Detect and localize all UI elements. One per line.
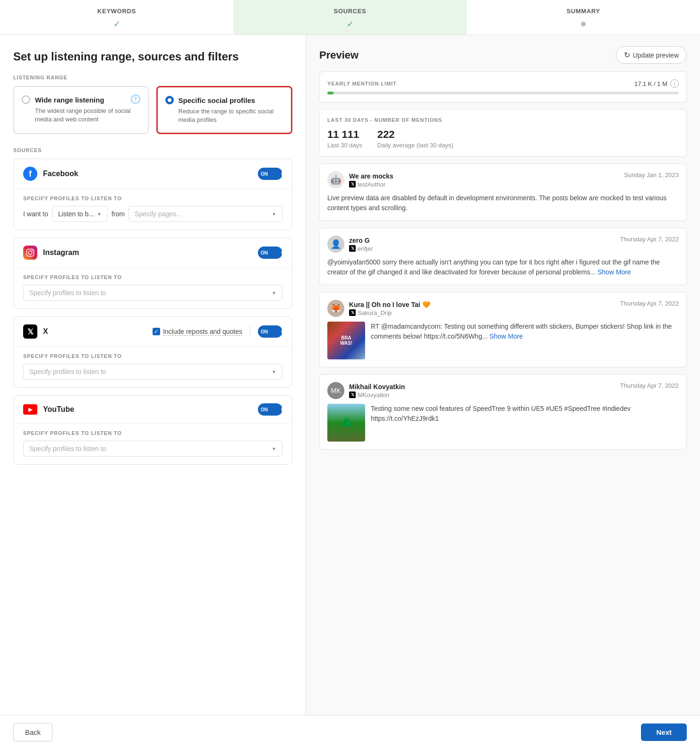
include-reposts-control[interactable]: ✓ Include reposts and quotes (153, 328, 242, 336)
post-2-avatar: 🦊 (327, 300, 344, 317)
youtube-toggle[interactable]: ON (258, 403, 282, 416)
post-2-date: Thursday Apr 7, 2022 (620, 300, 679, 307)
post-0-handle: 𝕏 testAuthor (349, 181, 393, 188)
x-toggle-track[interactable]: ON (258, 325, 282, 338)
post-1-show-more[interactable]: Show More (598, 268, 631, 276)
post-1-header: 👤 zero G 𝕏 enfjer Thursday Apr 7, 2022 (327, 236, 679, 253)
wide-range-help-icon[interactable]: ? (131, 94, 140, 104)
svg-point-2 (32, 250, 33, 251)
facebook-listen-chevron: ▼ (97, 212, 102, 217)
instagram-toggle-track[interactable]: ON (258, 247, 282, 259)
post-2-author-area: 🦊 Kura || Oh no I love Tai 🧡 𝕏 Sakura_Dr… (327, 300, 430, 317)
specific-profiles-title: Specific social profiles (179, 96, 256, 104)
stat-daily-label: Daily average (last 30 days) (377, 142, 453, 149)
post-0-handle-text: testAuthor (358, 181, 385, 188)
step-summary-indicator (581, 22, 586, 26)
x-toggle-label: ON (261, 329, 268, 334)
youtube-profiles-placeholder: Specify profiles to listen to (29, 445, 106, 452)
post-2-show-more[interactable]: Show More (489, 332, 523, 340)
instagram-header: Instagram ON (14, 238, 292, 267)
instagram-toggle[interactable]: ON (258, 247, 282, 259)
facebook-toggle-inner: ON (259, 169, 282, 179)
x-controls: ✓ Include reposts and quotes ON (153, 325, 282, 338)
instagram-profiles-dropdown[interactable]: Specify profiles to listen to ▼ (23, 285, 282, 301)
post-3-author-info: Mikhail Kovyatkin 𝕏 MKovyatkin (349, 383, 405, 399)
post-2-author-name: Kura || Oh no I love Tai 🧡 (349, 301, 430, 308)
sources-label: SOURCES (13, 147, 292, 153)
facebook-toggle-track[interactable]: ON (258, 168, 282, 180)
include-reposts-checkbox[interactable]: ✓ (153, 328, 160, 335)
youtube-profiles-dropdown[interactable]: Specify profiles to listen to ▼ (23, 441, 282, 457)
post-3-text: Testing some new cool features of SpeedT… (371, 404, 679, 424)
mention-limit-info-icon[interactable]: i (670, 79, 679, 88)
wide-range-radio[interactable] (22, 95, 30, 104)
post-2-handle: 𝕏 Sakura_Drip (349, 309, 430, 316)
specific-profiles-option[interactable]: Specific social profiles Reduce the rang… (156, 86, 293, 134)
specific-profiles-header: Specific social profiles (165, 96, 284, 104)
facebook-toggle-thumb (282, 169, 292, 179)
post-1-author-area: 👤 zero G 𝕏 enfjer (327, 236, 373, 253)
instagram-toggle-thumb (282, 247, 292, 258)
post-2-text: RT @madamcandycorn: Testing out somethin… (371, 322, 679, 341)
specific-profiles-radio[interactable] (165, 96, 174, 104)
x-toggle-inner: ON (259, 326, 282, 337)
youtube-toggle-thumb (282, 404, 292, 415)
youtube-icon: ▶ (23, 404, 37, 415)
post-1-body: @yoimiyafan5000 sorry there actually isn… (327, 257, 679, 277)
post-0-body: Live preview data are disabled by defaul… (327, 193, 679, 213)
include-reposts-label: Include reposts and quotes (163, 328, 242, 336)
post-2-handle-text: Sakura_Drip (358, 309, 392, 316)
mention-limit-value: 17.1 K / 1 M (634, 80, 667, 87)
post-0-date: Sunday Jan 1, 2023 (624, 171, 679, 179)
facebook-pages-dropdown[interactable]: Specify pages... ▼ (128, 206, 282, 222)
x-toggle-thumb (282, 326, 292, 337)
post-1-platform-badge: 𝕏 (349, 245, 356, 252)
update-preview-button[interactable]: ↻ Update preview (616, 46, 687, 64)
facebook-icon: f (23, 167, 37, 181)
youtube-specify-label: SPECIFY PROFILES TO LISTEN TO (23, 430, 282, 436)
specific-profiles-desc: Reduce the range to specific social medi… (179, 107, 284, 124)
post-3-content: 🌲 Testing some new cool features of Spee… (327, 404, 679, 442)
post-3-avatar: MK (327, 382, 344, 399)
post-card-1: 👤 zero G 𝕏 enfjer Thursday Apr 7, 2022 @… (319, 228, 687, 285)
post-0-author-name: We are mocks (349, 172, 393, 180)
wide-range-option[interactable]: Wide range listening The widest range po… (13, 86, 149, 134)
post-0-header: 🤖 We are mocks 𝕏 testAuthor Sunday Jan 1… (327, 171, 679, 188)
page-title: Set up listening range, sources and filt… (13, 50, 292, 63)
youtube-toggle-track[interactable]: ON (258, 403, 282, 416)
source-card-youtube: ▶ YouTube ON SPECIFY PROFILES TO LISTEN … (13, 395, 292, 465)
youtube-name: YouTube (43, 405, 74, 414)
step-sources-indicator: ✓ (344, 18, 356, 30)
post-0-author-area: 🤖 We are mocks 𝕏 testAuthor (327, 171, 393, 188)
source-card-facebook: f Facebook ON SPECIFY PROFILES TO LISTEN… (13, 159, 292, 230)
post-1-author-info: zero G 𝕏 enfjer (349, 237, 373, 252)
back-button[interactable]: Back (13, 723, 52, 741)
mention-limit-card: YEARLY MENTION LIMIT 17.1 K / 1 M i (319, 71, 687, 102)
step-summary: SUMMARY (467, 0, 700, 34)
youtube-toggle-inner: ON (259, 404, 282, 415)
x-profiles-dropdown[interactable]: Specify profiles to listen to ▼ (23, 364, 282, 380)
source-card-instagram: Instagram ON SPECIFY PROFILES TO LISTEN … (13, 238, 292, 309)
post-3-author-name: Mikhail Kovyatkin (349, 383, 405, 391)
step-keywords: KEYWORDS ✓ (0, 0, 233, 34)
x-platform-icon: 𝕏 (23, 324, 37, 339)
svg-point-1 (28, 251, 32, 255)
mention-limit-label: YEARLY MENTION LIMIT (327, 81, 397, 86)
facebook-toggle[interactable]: ON (258, 168, 282, 180)
post-2-content: BRAWAS! RT @madamcandycorn: Testing out … (327, 322, 679, 359)
post-card-3: MK Mikhail Kovyatkin 𝕏 MKovyatkin Thursd… (319, 374, 687, 450)
post-card-0: 🤖 We are mocks 𝕏 testAuthor Sunday Jan 1… (319, 163, 687, 221)
post-1-avatar: 👤 (327, 236, 344, 253)
facebook-listen-dropdown[interactable]: Listen to b... ▼ (52, 206, 108, 222)
post-3-handle: 𝕏 MKovyatkin (349, 392, 405, 399)
post-2-author-info: Kura || Oh no I love Tai 🧡 𝕏 Sakura_Drip (349, 301, 430, 316)
facebook-from-text: from (111, 210, 125, 218)
next-button[interactable]: Next (641, 723, 687, 741)
facebook-pages-placeholder: Specify pages... (135, 210, 182, 218)
instagram-toggle-label: ON (261, 250, 268, 255)
step-keywords-indicator: ✓ (111, 18, 122, 30)
x-name: X (43, 327, 48, 336)
x-divider (250, 326, 250, 337)
x-toggle[interactable]: ON (258, 325, 282, 338)
instagram-body: SPECIFY PROFILES TO LISTEN TO Specify pr… (14, 267, 292, 308)
